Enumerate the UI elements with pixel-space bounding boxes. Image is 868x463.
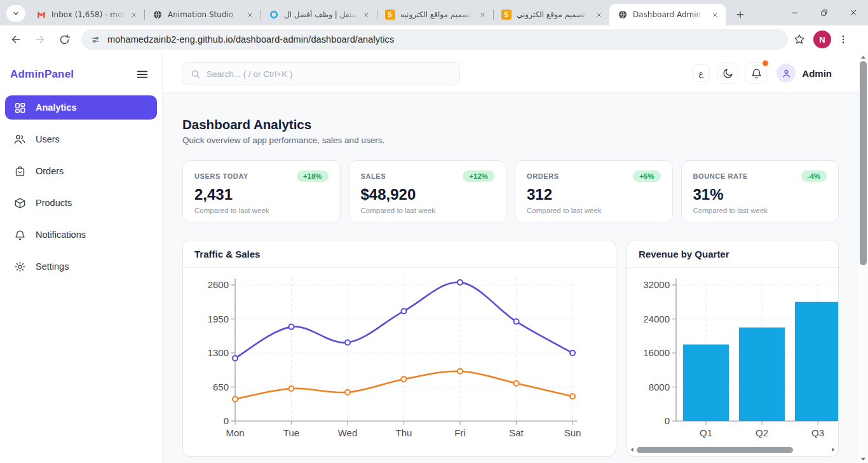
tab-title: تصميم موقع الكتروني (517, 10, 593, 19)
stat-card: BOUNCE RATE-4%31%Compared to last week (681, 160, 839, 223)
user-menu[interactable]: Admin (776, 64, 832, 83)
tab-close-icon[interactable] (360, 9, 372, 20)
revenue-title: Revenue by Quarter (627, 240, 838, 268)
bookmark-star-icon[interactable] (793, 33, 806, 46)
tab-close-icon[interactable] (709, 9, 721, 20)
stat-note: Compared to last week (527, 207, 661, 214)
vertical-scroll-thumb[interactable] (860, 61, 867, 265)
svg-text:Tue: Tue (283, 427, 299, 438)
traffic-sales-chart: 0650130019502600MonTueWedThuFriSatSun (183, 268, 616, 457)
minimize-button[interactable] (780, 0, 810, 25)
moon-icon (722, 67, 734, 79)
forward-button[interactable] (29, 29, 51, 50)
scroll-left-icon[interactable] (628, 447, 636, 452)
stat-note: Compared to last week (194, 207, 329, 214)
back-button[interactable] (5, 29, 27, 50)
sidebar-item-analytics[interactable]: Analytics (5, 95, 157, 120)
sidebar-item-label: Settings (36, 261, 69, 272)
svg-text:1300: 1300 (208, 347, 229, 358)
tab-title: Animation Studio (168, 10, 244, 19)
notifications-button[interactable] (745, 62, 767, 84)
tab-search-button[interactable] (6, 5, 25, 22)
tab-close-icon[interactable] (593, 9, 604, 20)
browser-tab[interactable]: 5تصميم موقع الكتروني (493, 4, 609, 25)
horizontal-scroll-thumb[interactable] (637, 447, 793, 453)
bell-icon (750, 67, 763, 79)
close-window-button[interactable] (839, 0, 868, 25)
scroll-right-icon[interactable] (829, 447, 837, 452)
sidebar-item-settings[interactable]: Settings (5, 254, 157, 279)
revenue-horizontal-scrollbar (628, 445, 837, 454)
stats-row: USERS TODAY+18%2,431Compared to last wee… (182, 160, 839, 223)
svg-text:32000: 32000 (643, 279, 670, 290)
sidebar-item-label: Users (36, 134, 60, 144)
browser-profile-avatar[interactable]: N (813, 31, 831, 48)
tab-close-icon[interactable] (128, 9, 139, 20)
stat-badge: +12% (463, 170, 494, 182)
restore-button[interactable] (810, 0, 839, 25)
scroll-down-icon[interactable] (858, 455, 868, 463)
site-settings-icon[interactable] (90, 34, 101, 45)
sidebar-item-products[interactable]: Products (5, 191, 157, 215)
sidebar-item-notifications[interactable]: Notifications (5, 223, 157, 247)
sidebar-item-label: Orders (36, 166, 64, 176)
sidebar-item-users[interactable]: Users (5, 127, 157, 151)
reload-button[interactable] (53, 29, 75, 50)
page-vertical-scrollbar (858, 53, 868, 463)
browser-tab[interactable]: Inbox (1,658) - mohan (28, 4, 144, 25)
revenue-card: Revenue by Quarter 08000160002400032000Q… (627, 240, 839, 457)
svg-text:650: 650 (213, 382, 229, 392)
line-chart-svg: 0650130019502600MonTueWedThuFriSatSun (183, 268, 616, 457)
browser-tab[interactable]: مستقل | وظف أفضل ال (261, 4, 377, 25)
stat-card: SALES+12%$48,920Compared to last week (349, 160, 507, 223)
dark-mode-button[interactable] (717, 62, 738, 84)
revenue-chart: 08000160002400032000Q1Q2Q3 (627, 268, 838, 457)
svg-text:Thu: Thu (396, 427, 412, 438)
chevron-down-icon (12, 10, 20, 17)
svg-text:8000: 8000 (649, 382, 670, 392)
svg-text:Wed: Wed (338, 427, 358, 438)
toolbar-right: N (793, 31, 855, 48)
browser-tab[interactable]: Dashboard Admin (609, 4, 726, 25)
tab-close-icon[interactable] (477, 9, 488, 20)
globe-favicon-icon (152, 10, 163, 20)
sidebar-item-orders[interactable]: Orders (5, 159, 157, 183)
products-box-icon (13, 196, 27, 210)
url-bar[interactable]: mohamedzainb2-eng.github.io/dashboard-ad… (81, 29, 788, 50)
browser-toolbar: mohamedzainb2-eng.github.io/dashboard-ad… (0, 25, 868, 53)
browser-tab[interactable]: Animation Studio (144, 4, 261, 25)
gmail-favicon-icon (36, 10, 46, 20)
tab-title: Inbox (1,658) - mohan (51, 10, 128, 19)
url-text: mohamedzainb2-eng.github.io/dashboard-ad… (107, 34, 394, 45)
sidebar: AdminPanel AnalyticsUsersOrdersProductsN… (0, 53, 163, 463)
stat-note: Compared to last week (361, 207, 495, 214)
stat-value: 2,431 (194, 186, 329, 204)
stat-note: Compared to last week (693, 207, 827, 214)
charts-row: Traffic & Sales 0650130019502600MonTueWe… (182, 240, 839, 457)
browser-menu-icon[interactable] (837, 34, 849, 45)
search-input[interactable] (207, 69, 452, 79)
svg-text:Sun: Sun (564, 427, 581, 438)
stat-card: USERS TODAY+18%2,431Compared to last wee… (182, 160, 341, 223)
svg-text:Mon: Mon (226, 427, 244, 438)
browser-tab[interactable]: 5تصميم مواقع الكترونيه (377, 4, 493, 25)
search-box[interactable] (182, 62, 460, 85)
users-icon (13, 132, 27, 146)
svg-text:Q2: Q2 (756, 427, 768, 438)
search-icon (190, 69, 201, 79)
hamburger-menu-icon[interactable] (135, 67, 149, 81)
stat-badge: -4% (801, 170, 827, 182)
svg-text:Q1: Q1 (700, 427, 712, 438)
svg-text:16000: 16000 (643, 347, 670, 358)
svg-text:Fri: Fri (454, 427, 466, 438)
svg-text:1950: 1950 (208, 314, 229, 324)
ring-favicon-icon (268, 10, 279, 20)
traffic-sales-title: Traffic & Sales (183, 240, 616, 268)
page-subtitle: Quick overview of app performance, sales… (182, 135, 839, 145)
globe-favicon-icon (617, 10, 628, 20)
tab-title: مستقل | وظف أفضل ال (284, 10, 360, 19)
tab-close-icon[interactable] (244, 9, 255, 20)
language-toggle-button[interactable]: ع (692, 64, 710, 82)
new-tab-button[interactable] (732, 6, 749, 23)
bell-icon (13, 228, 27, 242)
